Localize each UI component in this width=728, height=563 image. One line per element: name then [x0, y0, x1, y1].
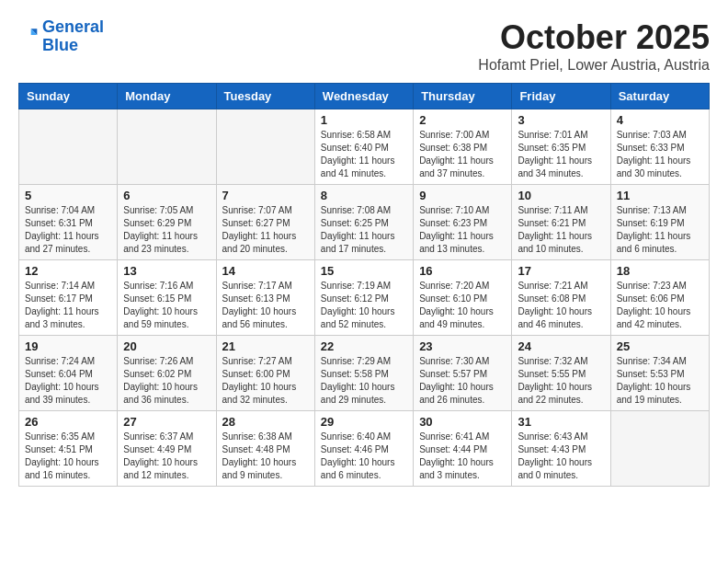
- day-number: 31: [518, 415, 604, 429]
- day-info: Sunrise: 7:07 AM Sunset: 6:27 PM Dayligh…: [222, 204, 309, 256]
- day-info: Sunrise: 7:27 AM Sunset: 6:00 PM Dayligh…: [222, 355, 309, 407]
- day-info: Sunrise: 6:35 AM Sunset: 4:51 PM Dayligh…: [25, 431, 111, 482]
- calendar-day-cell: 30Sunrise: 6:41 AM Sunset: 4:44 PM Dayli…: [414, 411, 512, 487]
- calendar-day-cell: 29Sunrise: 6:40 AM Sunset: 4:46 PM Dayli…: [314, 411, 413, 487]
- calendar-week-row: 5Sunrise: 7:04 AM Sunset: 6:31 PM Daylig…: [19, 185, 710, 260]
- calendar-day-cell: 20Sunrise: 7:26 AM Sunset: 6:02 PM Dayli…: [118, 336, 216, 411]
- calendar-day-cell: 23Sunrise: 7:30 AM Sunset: 5:57 PM Dayli…: [414, 336, 512, 411]
- day-info: Sunrise: 6:41 AM Sunset: 4:44 PM Dayligh…: [419, 431, 506, 482]
- calendar-week-row: 1Sunrise: 6:58 AM Sunset: 6:40 PM Daylig…: [19, 109, 710, 185]
- weekday-header-sunday: Sunday: [19, 84, 118, 109]
- calendar-day-cell: 6Sunrise: 7:05 AM Sunset: 6:29 PM Daylig…: [118, 185, 216, 260]
- calendar-day-cell: 8Sunrise: 7:08 AM Sunset: 6:25 PM Daylig…: [314, 185, 413, 260]
- calendar-day-cell: 13Sunrise: 7:16 AM Sunset: 6:15 PM Dayli…: [118, 260, 216, 336]
- day-info: Sunrise: 6:40 AM Sunset: 4:46 PM Dayligh…: [321, 431, 407, 482]
- logo-icon: [20, 26, 39, 44]
- calendar-week-row: 26Sunrise: 6:35 AM Sunset: 4:51 PM Dayli…: [19, 411, 710, 487]
- day-info: Sunrise: 6:37 AM Sunset: 4:49 PM Dayligh…: [123, 431, 210, 482]
- weekday-header-friday: Friday: [512, 84, 610, 109]
- day-number: 23: [419, 339, 506, 353]
- title-block: October 2025 Hofamt Priel, Lower Austria…: [478, 18, 710, 74]
- day-number: 10: [518, 189, 604, 202]
- calendar-day-cell: 5Sunrise: 7:04 AM Sunset: 6:31 PM Daylig…: [19, 185, 118, 260]
- day-info: Sunrise: 7:21 AM Sunset: 6:08 PM Dayligh…: [518, 280, 604, 331]
- calendar-table: SundayMondayTuesdayWednesdayThursdayFrid…: [18, 83, 710, 487]
- logo: General Blue: [18, 18, 104, 55]
- calendar-day-cell: 19Sunrise: 7:24 AM Sunset: 6:04 PM Dayli…: [19, 336, 118, 411]
- calendar-day-cell: 18Sunrise: 7:23 AM Sunset: 6:06 PM Dayli…: [610, 260, 709, 336]
- day-info: Sunrise: 7:34 AM Sunset: 5:53 PM Dayligh…: [617, 355, 703, 407]
- weekday-header-thursday: Thursday: [414, 84, 512, 109]
- day-number: 11: [617, 189, 703, 202]
- day-info: Sunrise: 7:05 AM Sunset: 6:29 PM Dayligh…: [123, 204, 210, 256]
- calendar-day-cell: 7Sunrise: 7:07 AM Sunset: 6:27 PM Daylig…: [216, 185, 314, 260]
- location-subtitle: Hofamt Priel, Lower Austria, Austria: [478, 57, 710, 74]
- day-number: 9: [419, 189, 506, 202]
- day-number: 16: [419, 264, 506, 278]
- calendar-day-cell: 31Sunrise: 6:43 AM Sunset: 4:43 PM Dayli…: [512, 411, 610, 487]
- day-number: 15: [321, 264, 407, 278]
- day-number: 2: [419, 113, 506, 127]
- day-number: 14: [222, 264, 309, 278]
- day-info: Sunrise: 7:08 AM Sunset: 6:25 PM Dayligh…: [321, 204, 407, 256]
- day-info: Sunrise: 7:24 AM Sunset: 6:04 PM Dayligh…: [25, 355, 111, 407]
- day-number: 8: [321, 189, 407, 202]
- day-info: Sunrise: 7:16 AM Sunset: 6:15 PM Dayligh…: [123, 280, 210, 331]
- calendar-day-cell: 16Sunrise: 7:20 AM Sunset: 6:10 PM Dayli…: [414, 260, 512, 336]
- day-number: 24: [518, 339, 604, 353]
- day-info: Sunrise: 7:29 AM Sunset: 5:58 PM Dayligh…: [321, 355, 407, 407]
- calendar-week-row: 12Sunrise: 7:14 AM Sunset: 6:17 PM Dayli…: [19, 260, 710, 336]
- logo-text: General Blue: [42, 18, 104, 55]
- day-info: Sunrise: 7:20 AM Sunset: 6:10 PM Dayligh…: [419, 280, 506, 331]
- day-info: Sunrise: 7:19 AM Sunset: 6:12 PM Dayligh…: [321, 280, 407, 331]
- day-info: Sunrise: 7:01 AM Sunset: 6:35 PM Dayligh…: [518, 129, 604, 180]
- calendar-day-cell: 9Sunrise: 7:10 AM Sunset: 6:23 PM Daylig…: [414, 185, 512, 260]
- calendar-day-cell: [216, 109, 314, 185]
- day-number: 28: [222, 415, 309, 429]
- day-info: Sunrise: 6:38 AM Sunset: 4:48 PM Dayligh…: [222, 431, 309, 482]
- day-info: Sunrise: 7:30 AM Sunset: 5:57 PM Dayligh…: [419, 355, 506, 407]
- calendar-day-cell: 3Sunrise: 7:01 AM Sunset: 6:35 PM Daylig…: [512, 109, 610, 185]
- calendar-day-cell: 10Sunrise: 7:11 AM Sunset: 6:21 PM Dayli…: [512, 185, 610, 260]
- day-info: Sunrise: 7:32 AM Sunset: 5:55 PM Dayligh…: [518, 355, 604, 407]
- day-number: 4: [617, 113, 703, 127]
- day-number: 25: [617, 339, 703, 353]
- calendar-day-cell: 1Sunrise: 6:58 AM Sunset: 6:40 PM Daylig…: [314, 109, 413, 185]
- calendar-day-cell: 27Sunrise: 6:37 AM Sunset: 4:49 PM Dayli…: [118, 411, 216, 487]
- day-number: 12: [25, 264, 111, 278]
- calendar-day-cell: 12Sunrise: 7:14 AM Sunset: 6:17 PM Dayli…: [19, 260, 118, 336]
- day-number: 19: [25, 339, 111, 353]
- day-number: 27: [123, 415, 210, 429]
- day-number: 29: [321, 415, 407, 429]
- weekday-header-monday: Monday: [118, 84, 216, 109]
- day-number: 21: [222, 339, 309, 353]
- day-number: 22: [321, 339, 407, 353]
- calendar-day-cell: 25Sunrise: 7:34 AM Sunset: 5:53 PM Dayli…: [610, 336, 709, 411]
- day-info: Sunrise: 7:13 AM Sunset: 6:19 PM Dayligh…: [617, 204, 703, 256]
- logo-line2: Blue: [42, 36, 78, 54]
- day-info: Sunrise: 7:23 AM Sunset: 6:06 PM Dayligh…: [617, 280, 703, 331]
- calendar-day-cell: [610, 411, 709, 487]
- day-info: Sunrise: 7:03 AM Sunset: 6:33 PM Dayligh…: [617, 129, 703, 180]
- calendar-day-cell: 24Sunrise: 7:32 AM Sunset: 5:55 PM Dayli…: [512, 336, 610, 411]
- calendar-day-cell: 21Sunrise: 7:27 AM Sunset: 6:00 PM Dayli…: [216, 336, 314, 411]
- weekday-header-wednesday: Wednesday: [314, 84, 413, 109]
- weekday-header-saturday: Saturday: [610, 84, 709, 109]
- day-number: 6: [123, 189, 210, 202]
- logo-line1: General: [42, 17, 104, 36]
- day-info: Sunrise: 7:17 AM Sunset: 6:13 PM Dayligh…: [222, 280, 309, 331]
- calendar-day-cell: 22Sunrise: 7:29 AM Sunset: 5:58 PM Dayli…: [314, 336, 413, 411]
- month-title: October 2025: [478, 18, 710, 57]
- calendar-day-cell: 2Sunrise: 7:00 AM Sunset: 6:38 PM Daylig…: [414, 109, 512, 185]
- day-number: 13: [123, 264, 210, 278]
- day-number: 7: [222, 189, 309, 202]
- calendar-day-cell: 26Sunrise: 6:35 AM Sunset: 4:51 PM Dayli…: [19, 411, 118, 487]
- page-header: General Blue October 2025 Hofamt Priel, …: [18, 18, 710, 74]
- day-number: 1: [321, 113, 407, 127]
- calendar-day-cell: 28Sunrise: 6:38 AM Sunset: 4:48 PM Dayli…: [216, 411, 314, 487]
- day-number: 20: [123, 339, 210, 353]
- calendar-day-cell: 11Sunrise: 7:13 AM Sunset: 6:19 PM Dayli…: [610, 185, 709, 260]
- day-number: 18: [617, 264, 703, 278]
- day-info: Sunrise: 7:14 AM Sunset: 6:17 PM Dayligh…: [25, 280, 111, 331]
- day-number: 5: [25, 189, 111, 202]
